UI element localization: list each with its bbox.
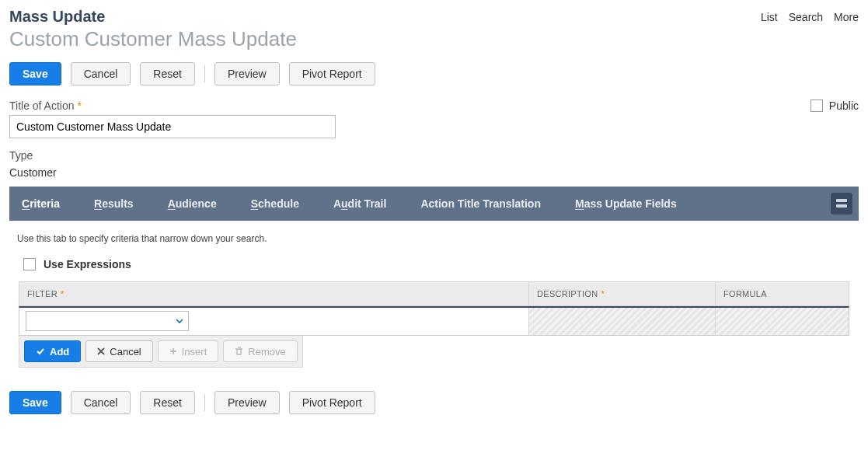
reset-button[interactable]: Reset	[140, 62, 195, 85]
criteria-table: FILTER* DESCRIPTION* FORMULA	[19, 281, 849, 368]
tab-audience[interactable]: Audience	[168, 197, 217, 210]
page-subtitle: Custom Customer Mass Update	[9, 27, 297, 51]
reset-button-bottom[interactable]: Reset	[140, 391, 195, 414]
tab-layout-toggle[interactable]	[831, 193, 852, 215]
criteria-add-button[interactable]: Add	[24, 340, 81, 362]
criteria-row-actions: Add Cancel Insert Remove	[19, 336, 303, 368]
tab-action-title-translation[interactable]: Action Title Translation	[420, 197, 541, 210]
save-button[interactable]: Save	[9, 62, 61, 85]
chevron-down-icon	[176, 317, 183, 325]
pivot-report-button-bottom[interactable]: Pivot Report	[289, 391, 375, 414]
preview-button[interactable]: Preview	[214, 62, 280, 85]
tab-bar: Criteria Results Audience Schedule Audit…	[9, 187, 859, 221]
description-cell	[528, 308, 715, 335]
criteria-insert-button[interactable]: Insert	[158, 340, 219, 362]
criteria-remove-button[interactable]: Remove	[223, 340, 297, 362]
title-of-action-label: Title of Action*	[9, 99, 336, 112]
svg-rect-0	[836, 199, 847, 202]
col-header-filter: FILTER*	[19, 282, 528, 305]
criteria-table-header: FILTER* DESCRIPTION* FORMULA	[19, 281, 849, 306]
col-header-formula: FORMULA	[715, 282, 849, 305]
preview-button-bottom[interactable]: Preview	[214, 391, 280, 414]
toolbar-divider-bottom	[204, 394, 205, 411]
toolbar-top: Save Cancel Reset Preview Pivot Report	[9, 62, 859, 85]
toolbar-bottom: Save Cancel Reset Preview Pivot Report	[9, 391, 859, 414]
tab-criteria[interactable]: Criteria	[22, 197, 60, 210]
x-icon	[97, 347, 105, 355]
type-value: Customer	[9, 166, 336, 179]
formula-cell	[715, 308, 849, 335]
link-more[interactable]: More	[834, 11, 859, 23]
criteria-row	[19, 306, 849, 336]
link-list[interactable]: List	[761, 11, 778, 23]
check-icon	[36, 347, 45, 356]
header-links: List Search More	[761, 8, 859, 23]
tab-schedule[interactable]: Schedule	[251, 197, 299, 210]
link-search[interactable]: Search	[789, 11, 823, 23]
pivot-report-button[interactable]: Pivot Report	[289, 62, 375, 85]
page-title: Mass Update	[9, 8, 297, 26]
save-button-bottom[interactable]: Save	[9, 391, 61, 414]
col-header-description: DESCRIPTION*	[528, 282, 715, 305]
public-label: Public	[829, 99, 859, 112]
trash-icon	[235, 347, 243, 356]
type-label: Type	[9, 149, 336, 162]
criteria-hint: Use this tab to specify criteria that na…	[17, 233, 851, 244]
layout-icon	[835, 197, 848, 210]
tab-audit-trail[interactable]: Audit Trail	[333, 197, 386, 210]
tab-mass-update-fields[interactable]: Mass Update Fields	[575, 197, 677, 210]
svg-rect-1	[836, 204, 847, 208]
toolbar-divider	[204, 65, 205, 82]
criteria-cancel-button[interactable]: Cancel	[85, 340, 152, 362]
required-indicator: *	[78, 99, 82, 112]
cancel-button[interactable]: Cancel	[71, 62, 131, 85]
filter-select[interactable]	[26, 311, 189, 331]
plus-icon	[169, 347, 177, 355]
title-of-action-input[interactable]	[9, 115, 336, 138]
use-expressions-checkbox[interactable]	[23, 258, 36, 270]
cancel-button-bottom[interactable]: Cancel	[71, 391, 131, 414]
use-expressions-label: Use Expressions	[44, 258, 131, 270]
public-checkbox[interactable]	[810, 99, 823, 112]
tab-results[interactable]: Results	[94, 197, 134, 210]
